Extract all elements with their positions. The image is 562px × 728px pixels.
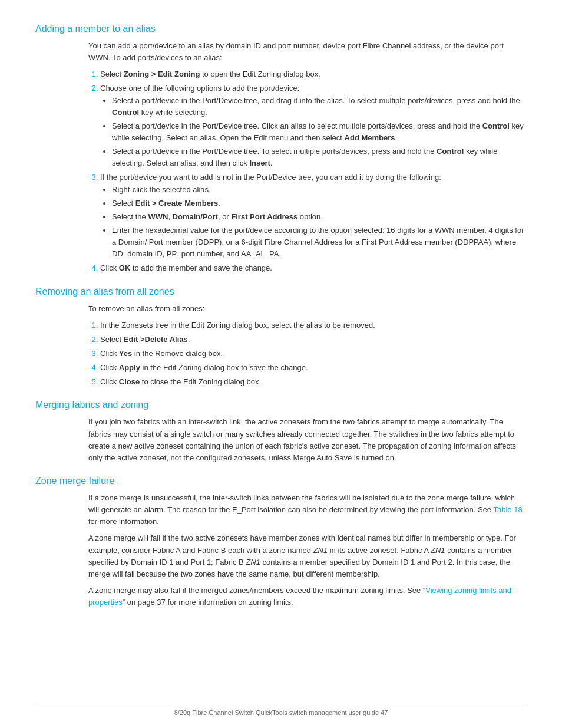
bullet-3-2: Select Edit > Create Members.	[112, 197, 527, 209]
section-title-merging-fabrics: Merging fabrics and zoning	[35, 400, 527, 410]
edit-delete-alias: Edit >Delete Alias	[124, 335, 188, 344]
bullet-3-3: Select the WWN, Domain/Port, or First Po…	[112, 211, 527, 223]
remove-step-3: Click Yes in the Remove dialog box.	[100, 348, 527, 360]
bullet-3-1: Right-click the selected alias.	[112, 184, 527, 196]
control-key-2: Control	[482, 121, 510, 130]
section-zone-merge-content: If a zone merge is unsuccessful, the int…	[88, 492, 527, 608]
removing-alias-steps: In the Zonesets tree in the Edit Zoning …	[100, 319, 527, 388]
step-2-bullets: Select a port/device in the Port/Device …	[112, 95, 527, 170]
first-port-address-label: First Port Address	[231, 212, 297, 221]
step-4: Click OK to add the member and save the …	[100, 262, 527, 274]
zone-merge-para-1: If a zone merge is unsuccessful, the int…	[88, 492, 527, 528]
add-members-label: Add Members	[345, 133, 395, 142]
section-title-removing-alias: Removing an alias from all zones	[35, 286, 527, 297]
remove-step-1: In the Zonesets tree in the Edit Zoning …	[100, 319, 527, 331]
bullet-2-2: Select a port/device in the Port/Device …	[112, 120, 527, 144]
viewing-zoning-limits-link[interactable]: Viewing zoning limits and properties	[88, 586, 511, 607]
zn1-italic-1: ZN1	[313, 546, 328, 555]
apply-label: Apply	[119, 363, 140, 372]
yes-label: Yes	[119, 349, 132, 358]
edit-create-members: Edit > Create Members	[135, 199, 219, 207]
step-2: Choose one of the following options to a…	[100, 83, 527, 169]
table-18-link[interactable]: Table 18	[493, 505, 522, 514]
section-title-zone-merge: Zone merge failure	[35, 476, 527, 486]
zn1-italic-2: ZN1	[431, 546, 445, 555]
adding-member-steps: Select Zoning > Edit Zoning to open the …	[100, 68, 527, 274]
section-merging-fabrics-content: If you join two fabrics with an inter-sw…	[88, 416, 527, 464]
removing-alias-intro: To remove an alias from all zones:	[88, 303, 527, 315]
insert-label: Insert	[249, 159, 270, 167]
zn1-italic-3: ZN1	[246, 558, 260, 566]
section-removing-alias-content: To remove an alias from all zones: In th…	[88, 303, 527, 388]
step-1: Select Zoning > Edit Zoning to open the …	[100, 68, 527, 80]
domain-port-label: Domain/Port	[173, 212, 218, 221]
section-adding-member-content: You can add a port/device to an alias by…	[88, 40, 527, 275]
page: Adding a member to an alias You can add …	[0, 0, 562, 728]
control-key-1: Control	[112, 108, 139, 117]
control-key-3: Control	[437, 147, 464, 156]
close-label: Close	[119, 377, 140, 386]
bullet-2-3: Select a port/device in the Port/Device …	[112, 146, 527, 169]
section-title-adding-member: Adding a member to an alias	[35, 24, 527, 34]
step-3: If the port/device you want to add is no…	[100, 172, 527, 260]
remove-step-5: Click Close to close the Edit Zoning dia…	[100, 376, 527, 388]
zone-merge-para-3: A zone merge may also fail if the merged…	[88, 585, 527, 608]
zone-merge-para-2: A zone merge will fail if the two active…	[88, 532, 527, 580]
remove-step-4: Click Apply in the Edit Zoning dialog bo…	[100, 362, 527, 374]
zoning-edit-zoning-label: Zoning > Edit Zoning	[124, 70, 200, 78]
bullet-3-4: Enter the hexadecimal value for the port…	[112, 225, 527, 260]
merging-fabrics-body: If you join two fabrics with an inter-sw…	[88, 416, 527, 464]
footer-text: 8/20q Fibre Channel Switch QuickTools sw…	[174, 709, 388, 716]
ok-label: OK	[119, 263, 131, 272]
step-3-bullets: Right-click the selected alias. Select E…	[112, 184, 527, 261]
bullet-2-1: Select a port/device in the Port/Device …	[112, 95, 527, 118]
adding-member-intro: You can add a port/device to an alias by…	[88, 40, 527, 64]
wwn-label: WWN	[148, 212, 168, 221]
page-footer: 8/20q Fibre Channel Switch QuickTools sw…	[35, 704, 527, 716]
remove-step-2: Select Edit >Delete Alias.	[100, 334, 527, 345]
